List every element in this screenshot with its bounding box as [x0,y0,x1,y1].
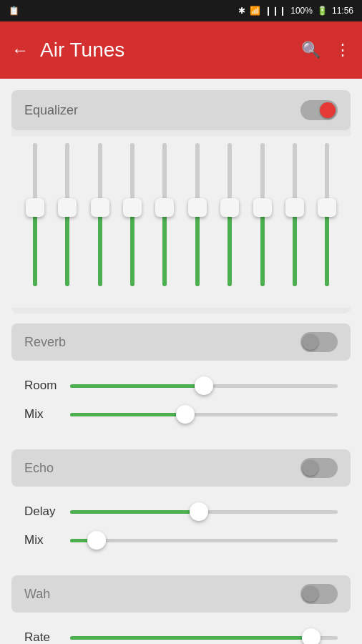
eq-track-4 [162,143,167,286]
echo-title: Echo [24,461,54,476]
equalizer-title: Equalizer [24,103,78,118]
reverb-toggle-track [300,332,338,352]
eq-band-4[interactable] [149,143,181,308]
equalizer-toggle[interactable] [300,100,338,120]
slider-label-0: Rate [24,630,60,644]
slider-track-1 [70,539,338,542]
eq-band-9[interactable] [311,143,343,308]
signal-icon: ❙❙❙ [265,6,286,16]
app-bar: ← Air Tunes 🔍 ⋮ [0,21,362,79]
eq-thumb-2[interactable] [91,198,109,217]
eq-track-8 [293,143,297,286]
eq-band-8[interactable] [278,143,310,308]
slider-thumb-0[interactable] [302,628,321,644]
eq-band-7[interactable] [246,143,278,308]
slider-row-0: Room [24,375,338,396]
reverb-toggle-thumb [303,334,318,350]
eq-thumb-6[interactable] [220,198,239,217]
slider-container-0[interactable] [70,375,338,396]
search-icon[interactable]: 🔍 [301,41,321,59]
bluetooth-icon: ✱ [238,6,245,16]
slider-thumb-1[interactable] [176,405,195,424]
eq-thumb-9[interactable] [318,198,336,217]
eq-band-5[interactable] [181,143,213,308]
slider-row-1: Mix [24,404,338,425]
wifi-icon: 📶 [250,6,260,16]
slider-fill-0 [70,384,204,388]
wah-toggle-thumb [303,586,318,602]
eq-band-6[interactable] [213,143,245,308]
eq-fill-7 [260,208,265,286]
eq-track-2 [98,143,102,286]
wah-header: Wah [11,575,351,613]
equalizer-section: Equalizer [11,90,351,313]
eq-band-0[interactable] [19,143,51,308]
time-label: 11:56 [332,6,353,16]
slider-row-1: Mix [24,530,338,551]
eq-thumb-3[interactable] [123,198,142,217]
slider-track-0 [70,636,338,640]
slider-container-1[interactable] [70,530,338,551]
slider-fill-0 [70,636,311,640]
battery-icon: 🔋 [317,6,328,16]
notification-icon: 📋 [9,6,19,16]
slider-container-1[interactable] [70,404,338,425]
wah-section: Wah Rate [11,575,351,644]
eq-fill-1 [65,208,69,286]
eq-band-1[interactable] [51,143,83,308]
slider-fill-1 [70,413,185,416]
reverb-toggle[interactable] [300,332,338,352]
slider-label-0: Delay [24,504,60,519]
eq-track-1 [65,143,69,286]
eq-fill-8 [293,208,297,286]
slider-thumb-1[interactable] [87,531,106,550]
eq-thumb-5[interactable] [188,198,207,217]
wah-sliders: Rate [11,613,351,644]
slider-row-0: Rate [24,627,338,644]
slider-thumb-0[interactable] [195,376,213,395]
slider-track-1 [70,413,338,416]
eq-track-5 [195,143,200,286]
eq-fill-9 [325,208,329,286]
slider-label-1: Mix [24,533,60,547]
status-bar: 📋 ✱ 📶 ❙❙❙ 100% 🔋 11:56 [0,0,362,21]
slider-thumb-0[interactable] [190,502,208,521]
status-bar-right: ✱ 📶 ❙❙❙ 100% 🔋 11:56 [238,6,353,16]
equalizer-toggle-track [300,100,338,120]
eq-fill-3 [130,208,134,286]
equalizer-header: Equalizer [11,90,351,130]
echo-toggle-track [300,458,338,478]
eq-thumb-0[interactable] [26,198,44,217]
page-title: Air Tunes [40,39,301,62]
reverb-title: Reverb [24,335,66,350]
echo-toggle-thumb [303,460,318,476]
slider-label-0: Room [24,379,60,393]
echo-header: Echo [11,449,351,487]
slider-container-0[interactable] [70,501,338,522]
wah-title: Wah [24,587,50,602]
eq-track-0 [33,143,37,286]
eq-track-7 [260,143,265,286]
more-options-icon[interactable]: ⋮ [335,41,351,59]
eq-thumb-8[interactable] [285,198,304,217]
eq-thumb-4[interactable] [155,198,174,217]
back-button[interactable]: ← [11,40,29,60]
eq-thumb-7[interactable] [253,198,272,217]
reverb-sliders: RoomMix [11,361,351,439]
wah-toggle[interactable] [300,584,338,604]
echo-section: Echo DelayMix [11,449,351,565]
slider-container-0[interactable] [70,627,338,644]
slider-row-0: Delay [24,501,338,522]
battery-label: 100% [290,6,313,16]
eq-fill-2 [98,208,102,286]
eq-track-6 [228,143,232,286]
reverb-section: Reverb RoomMix [11,323,351,439]
eq-band-3[interactable] [116,143,148,308]
eq-band-2[interactable] [84,143,116,308]
eq-thumb-1[interactable] [58,198,77,217]
echo-sliders: DelayMix [11,487,351,565]
echo-toggle[interactable] [300,458,338,478]
eq-fill-4 [162,208,167,286]
eq-track-9 [325,143,329,286]
app-bar-actions: 🔍 ⋮ [301,41,351,59]
